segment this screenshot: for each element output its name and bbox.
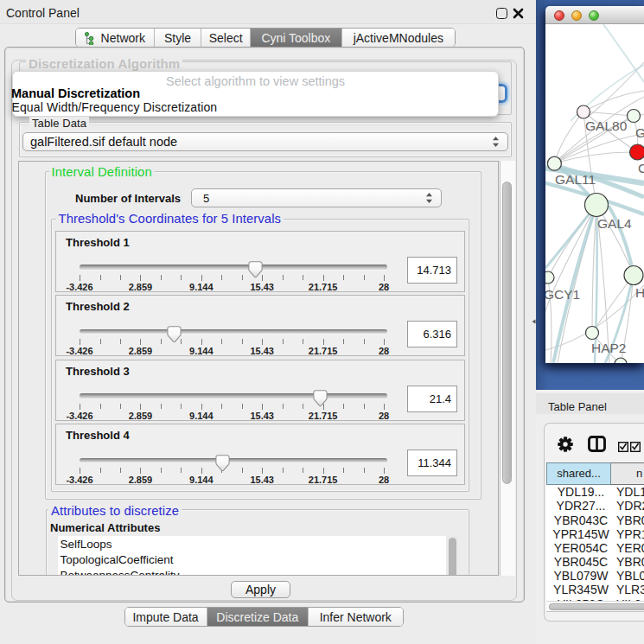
svg-text:GAL80: GAL80 bbox=[585, 118, 628, 133]
svg-text:GAL3: GAL3 bbox=[635, 125, 644, 140]
svg-text:HAP2: HAP2 bbox=[591, 341, 627, 355]
svg-text:GAL4: GAL4 bbox=[597, 216, 632, 231]
svg-text:GCY1: GCY1 bbox=[545, 287, 580, 302]
svg-text:CDC1: CDC1 bbox=[638, 161, 644, 175]
svg-text:HIS4: HIS4 bbox=[635, 285, 644, 300]
svg-text:GAL11: GAL11 bbox=[555, 172, 596, 187]
